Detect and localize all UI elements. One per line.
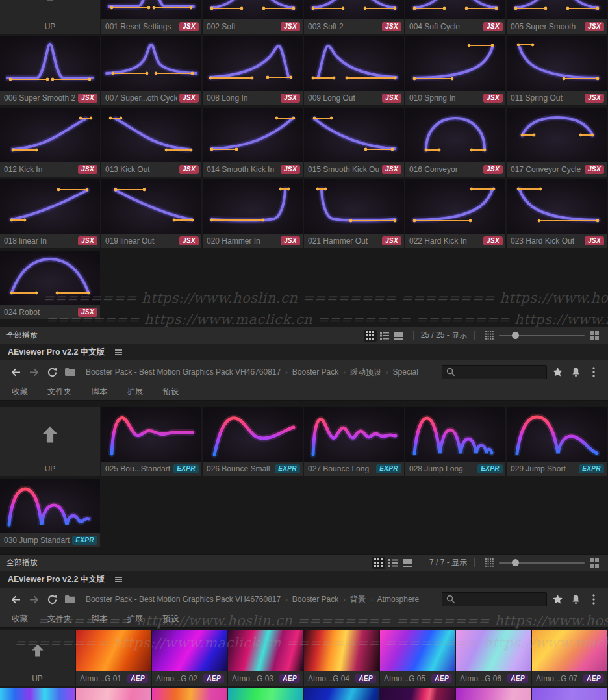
preset-thumbnail[interactable] [405, 179, 505, 234]
preset-item[interactable]: Atmo...G 04AEP [304, 630, 379, 686]
preset-item[interactable]: 003 Soft 2JSX [304, 0, 404, 34]
preset-thumbnail[interactable] [304, 407, 404, 462]
preset-thumbnail[interactable] [101, 407, 201, 462]
bell-icon[interactable] [568, 592, 583, 606]
preset-item[interactable] [456, 688, 531, 700]
preset-thumbnail[interactable] [152, 688, 227, 700]
preset-item[interactable] [380, 688, 455, 700]
preset-thumbnail[interactable] [507, 179, 607, 234]
preset-item[interactable]: 006 Super Smooth 2JSX [0, 36, 100, 105]
up-item[interactable]: UP [0, 630, 75, 686]
breadcrumb-item[interactable]: Booster Pack [292, 368, 338, 377]
preset-item[interactable]: 017 Conveyor CycleJSX [507, 108, 607, 177]
preset-item[interactable]: 023 Hard Kick OutJSX [507, 179, 607, 248]
layout-icon[interactable] [588, 557, 601, 569]
preset-thumbnail[interactable] [304, 630, 379, 671]
preset-item[interactable]: 011 Spring OutJSX [507, 36, 607, 105]
preset-item[interactable]: 016 ConveyorJSX [405, 108, 505, 177]
preset-item[interactable]: 009 Long OutJSX [304, 36, 404, 105]
preset-thumbnail[interactable] [203, 179, 303, 234]
preset-thumbnail[interactable] [405, 108, 505, 162]
detail-view-icon[interactable] [392, 330, 405, 342]
preset-item[interactable]: 030 Jump StandartEXPR [0, 479, 100, 547]
preset-item[interactable]: 029 Jump ShortEXPR [507, 407, 607, 476]
preset-thumbnail[interactable] [152, 630, 227, 671]
preset-thumbnail[interactable] [101, 0, 201, 19]
preset-thumbnail[interactable] [507, 0, 607, 19]
slider-knob[interactable] [512, 559, 519, 566]
forward-button[interactable] [27, 366, 40, 379]
favorite-star-icon[interactable] [550, 365, 565, 379]
up-item[interactable]: UP [0, 0, 100, 34]
preset-item[interactable]: Atmo...G 06AEP [456, 630, 531, 686]
preset-thumbnail[interactable] [0, 179, 100, 234]
preset-thumbnail[interactable] [507, 36, 607, 91]
preset-thumbnail[interactable] [304, 36, 404, 91]
preset-item[interactable]: 007 Super...oth CycleJSX [101, 36, 201, 105]
preset-item[interactable]: 012 Kick InJSX [0, 108, 100, 177]
preset-thumbnail[interactable] [380, 630, 455, 671]
preset-thumbnail[interactable] [380, 688, 455, 700]
preset-item[interactable]: 020 Hammer InJSX [203, 179, 303, 248]
preset-thumbnail[interactable] [532, 630, 607, 671]
preset-thumbnail[interactable] [456, 630, 531, 671]
preset-item[interactable]: 015 Smooth Kick OutJSX [304, 108, 404, 177]
slider-knob[interactable] [512, 332, 519, 339]
preset-item[interactable]: 021 Hammer OutJSX [304, 179, 404, 248]
search-input[interactable] [455, 594, 542, 605]
tab-extensions[interactable]: 扩展 [127, 614, 144, 625]
preset-item[interactable] [0, 688, 75, 700]
grid-view-icon[interactable] [364, 330, 377, 342]
preset-thumbnail[interactable] [304, 688, 379, 700]
kebab-menu-icon[interactable] [586, 365, 602, 379]
breadcrumb-item[interactable]: 背景 [350, 594, 366, 605]
preset-item[interactable] [228, 688, 303, 700]
preset-thumbnail[interactable] [507, 407, 607, 462]
list-view-icon[interactable] [386, 557, 399, 569]
preset-item[interactable]: 019 linear OutJSX [101, 179, 201, 248]
preset-item[interactable]: 010 Spring InJSX [405, 36, 505, 105]
preset-item[interactable]: Atmo...G 07AEP [532, 630, 607, 686]
preset-item[interactable]: 005 Super SmoothJSX [507, 0, 607, 34]
preset-thumbnail[interactable] [0, 479, 100, 533]
breadcrumb-item[interactable]: 缓动预设 [350, 367, 381, 378]
preset-item[interactable]: Atmo...G 02AEP [152, 630, 227, 686]
preset-item[interactable]: 014 Smooth Kick InJSX [203, 108, 303, 177]
preset-thumbnail[interactable] [405, 36, 505, 91]
search-box[interactable] [442, 592, 547, 606]
breadcrumb-item[interactable]: Special [393, 368, 418, 377]
grid-view-icon[interactable] [372, 557, 385, 569]
preset-item[interactable]: 024 RobotJSX [0, 251, 100, 319]
preset-item[interactable] [532, 688, 607, 700]
preset-item[interactable]: Atmo...G 03AEP [228, 630, 303, 686]
preset-item[interactable]: 002 SoftJSX [203, 0, 303, 34]
size-slider[interactable] [499, 331, 585, 340]
favorite-star-icon[interactable] [550, 592, 565, 606]
menu-icon[interactable] [115, 348, 122, 356]
tab-folders[interactable]: 文件夹 [47, 614, 72, 625]
preset-thumbnail[interactable] [507, 108, 607, 162]
up-item[interactable]: UP [0, 407, 100, 476]
kebab-menu-icon[interactable] [586, 592, 602, 606]
preset-thumbnail[interactable] [203, 407, 303, 462]
breadcrumb-item[interactable]: Atmosphere [377, 595, 420, 604]
preset-item[interactable]: 018 linear InJSX [0, 179, 100, 248]
preset-item[interactable]: Atmo...G 05AEP [380, 630, 455, 686]
preset-item[interactable]: 013 Kick OutJSX [101, 108, 201, 177]
preset-thumbnail[interactable] [0, 108, 100, 162]
preset-thumbnail[interactable] [228, 630, 303, 671]
search-box[interactable] [442, 365, 547, 379]
preset-thumbnail[interactable] [0, 36, 100, 91]
play-all-button[interactable]: 全部播放 [6, 330, 38, 341]
preset-thumbnail[interactable] [203, 0, 303, 19]
back-button[interactable] [9, 366, 22, 379]
preset-item[interactable]: 008 Long InJSX [203, 36, 303, 105]
preset-thumbnail[interactable] [304, 179, 404, 234]
preset-thumbnail[interactable] [203, 36, 303, 91]
preset-thumbnail[interactable] [0, 688, 75, 700]
bell-icon[interactable] [568, 365, 583, 379]
layout-icon[interactable] [588, 330, 601, 342]
breadcrumb-item[interactable]: Booster Pack [292, 595, 338, 604]
back-button[interactable] [9, 593, 22, 606]
preset-item[interactable]: 022 Hard Kick InJSX [405, 179, 505, 248]
